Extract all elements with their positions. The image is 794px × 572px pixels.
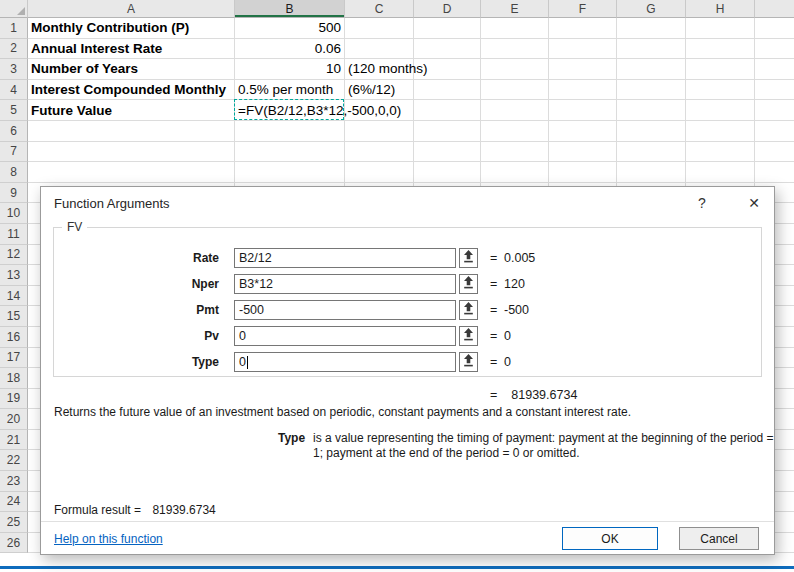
- row-header-4[interactable]: 4: [0, 80, 28, 101]
- cell-D2[interactable]: [414, 39, 481, 60]
- cell-G8[interactable]: [617, 162, 686, 183]
- cell-E8[interactable]: [481, 162, 549, 183]
- row-header-15[interactable]: 15: [0, 306, 28, 327]
- column-header-F[interactable]: F: [549, 0, 617, 18]
- cell-F1[interactable]: [549, 18, 617, 39]
- row-header-18[interactable]: 18: [0, 368, 28, 389]
- cell-G2[interactable]: [617, 39, 686, 60]
- collapse-dialog-button[interactable]: [459, 248, 478, 268]
- cell-E2[interactable]: [481, 39, 549, 60]
- cell-H4[interactable]: [686, 80, 755, 101]
- cell-F6[interactable]: [549, 121, 617, 142]
- cell-C8[interactable]: [345, 162, 414, 183]
- type-input[interactable]: 0: [234, 352, 456, 372]
- cell-E6[interactable]: [481, 121, 549, 142]
- row-header-14[interactable]: 14: [0, 286, 28, 307]
- row-header-23[interactable]: 23: [0, 471, 28, 492]
- row-header-7[interactable]: 7: [0, 142, 28, 163]
- cell-G4[interactable]: [617, 80, 686, 101]
- row-header-24[interactable]: 24: [0, 492, 28, 513]
- ok-button[interactable]: OK: [562, 527, 658, 550]
- cell-C1[interactable]: [345, 18, 414, 39]
- cell-A3[interactable]: Number of Years: [28, 59, 235, 80]
- close-icon[interactable]: ✕: [739, 192, 769, 213]
- row-header-13[interactable]: 13: [0, 265, 28, 286]
- cancel-button[interactable]: Cancel: [679, 527, 759, 550]
- help-on-function-link[interactable]: Help on this function: [54, 532, 163, 546]
- nper-input[interactable]: B3*12: [234, 274, 456, 294]
- cell-H7[interactable]: [686, 142, 755, 163]
- cell-G5[interactable]: [617, 100, 686, 121]
- row-header-21[interactable]: 21: [0, 430, 28, 451]
- cell-A4[interactable]: Interest Compounded Monthly: [28, 80, 235, 101]
- collapse-dialog-button[interactable]: [459, 326, 478, 346]
- cell-F2[interactable]: [549, 39, 617, 60]
- cell-B8[interactable]: [235, 162, 345, 183]
- column-header-H[interactable]: H: [686, 0, 755, 18]
- row-header-9[interactable]: 9: [0, 183, 28, 204]
- cell-E3[interactable]: [481, 59, 549, 80]
- cell-B5[interactable]: =FV(B2/12,B3*12,-500,0,0): [235, 100, 345, 121]
- cell-E7[interactable]: [481, 142, 549, 163]
- column-header-A[interactable]: A: [28, 0, 235, 18]
- cell-H2[interactable]: [686, 39, 755, 60]
- cell-A5[interactable]: Future Value: [28, 100, 235, 121]
- cell-A8[interactable]: [28, 162, 235, 183]
- cell-D6[interactable]: [414, 121, 481, 142]
- cell-G1[interactable]: [617, 18, 686, 39]
- collapse-dialog-button[interactable]: [459, 274, 478, 294]
- cell-D5[interactable]: [414, 100, 481, 121]
- select-all-corner[interactable]: [0, 0, 28, 18]
- cell-H8[interactable]: [686, 162, 755, 183]
- rate-input[interactable]: B2/12: [234, 248, 456, 268]
- cell-B7[interactable]: [235, 142, 345, 163]
- cell-F3[interactable]: [549, 59, 617, 80]
- cell-E1[interactable]: [481, 18, 549, 39]
- cell-D1[interactable]: [414, 18, 481, 39]
- cell-A6[interactable]: [28, 121, 235, 142]
- row-header-22[interactable]: 22: [0, 450, 28, 471]
- cell-G6[interactable]: [617, 121, 686, 142]
- cell-G7[interactable]: [617, 142, 686, 163]
- cell-B6[interactable]: [235, 121, 345, 142]
- cell-B2[interactable]: 0.06: [235, 39, 345, 60]
- row-header-19[interactable]: 19: [0, 389, 28, 410]
- cell-E5[interactable]: [481, 100, 549, 121]
- cell-F5[interactable]: [549, 100, 617, 121]
- cell-A7[interactable]: [28, 142, 235, 163]
- row-header-25[interactable]: 25: [0, 512, 28, 533]
- cell-G3[interactable]: [617, 59, 686, 80]
- cell-F4[interactable]: [549, 80, 617, 101]
- cell-B4[interactable]: 0.5% per month: [235, 80, 345, 101]
- row-header-16[interactable]: 16: [0, 327, 28, 348]
- column-header-E[interactable]: E: [481, 0, 549, 18]
- cell-F7[interactable]: [549, 142, 617, 163]
- row-header-8[interactable]: 8: [0, 162, 28, 183]
- dialog-help-button[interactable]: ?: [691, 193, 713, 213]
- row-header-20[interactable]: 20: [0, 409, 28, 430]
- row-header-1[interactable]: 1: [0, 18, 28, 39]
- column-header-B[interactable]: B: [235, 0, 345, 18]
- cell-H1[interactable]: [686, 18, 755, 39]
- cell-D8[interactable]: [414, 162, 481, 183]
- row-header-17[interactable]: 17: [0, 348, 28, 369]
- row-header-2[interactable]: 2: [0, 39, 28, 60]
- cell-H3[interactable]: [686, 59, 755, 80]
- cell-C7[interactable]: [345, 142, 414, 163]
- cell-H6[interactable]: [686, 121, 755, 142]
- cell-E4[interactable]: [481, 80, 549, 101]
- column-header-D[interactable]: D: [414, 0, 481, 18]
- row-header-11[interactable]: 11: [0, 224, 28, 245]
- collapse-dialog-button[interactable]: [459, 300, 478, 320]
- cell-B3[interactable]: 10: [235, 59, 345, 80]
- row-header-26[interactable]: 26: [0, 533, 28, 554]
- cell-A2[interactable]: Annual Interest Rate: [28, 39, 235, 60]
- row-header-5[interactable]: 5: [0, 100, 28, 121]
- pmt-input[interactable]: -500: [234, 300, 456, 320]
- pv-input[interactable]: 0: [234, 326, 456, 346]
- cell-D7[interactable]: [414, 142, 481, 163]
- row-header-10[interactable]: 10: [0, 203, 28, 224]
- cell-D4[interactable]: [414, 80, 481, 101]
- row-header-3[interactable]: 3: [0, 59, 28, 80]
- row-header-6[interactable]: 6: [0, 121, 28, 142]
